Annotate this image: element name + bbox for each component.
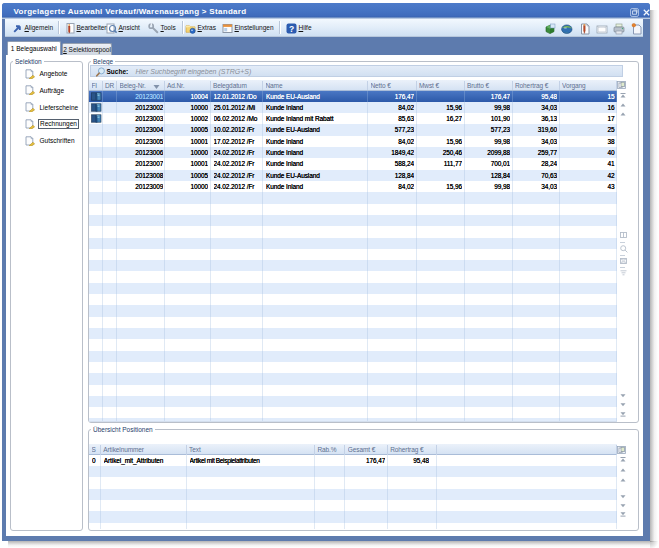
svg-text:?: ? — [288, 24, 293, 34]
